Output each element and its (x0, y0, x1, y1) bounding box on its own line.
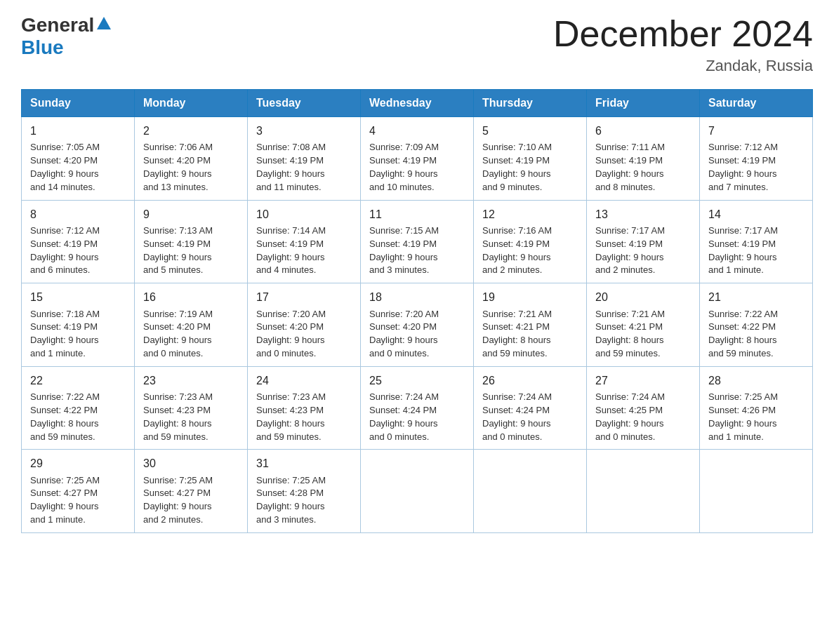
header-day-monday: Monday (135, 90, 248, 117)
day-info-line: Sunset: 4:23 PM (143, 404, 239, 417)
day-info-line: Daylight: 9 hours (30, 251, 126, 264)
day-info-line: and 59 minutes. (256, 431, 352, 444)
calendar-cell-2-3: 18Sunrise: 7:20 AMSunset: 4:20 PMDayligh… (361, 283, 474, 367)
calendar-cell-1-5: 13Sunrise: 7:17 AMSunset: 4:19 PMDayligh… (587, 200, 700, 283)
day-number: 9 (143, 206, 239, 222)
calendar-header-row: SundayMondayTuesdayWednesdayThursdayFrid… (22, 90, 813, 117)
day-number: 16 (143, 289, 239, 305)
calendar-cell-0-4: 5Sunrise: 7:10 AMSunset: 4:19 PMDaylight… (474, 117, 587, 201)
day-info-line: Sunset: 4:21 PM (595, 321, 691, 334)
calendar-cell-2-5: 20Sunrise: 7:21 AMSunset: 4:21 PMDayligh… (587, 283, 700, 367)
day-info-line: Daylight: 9 hours (708, 168, 804, 181)
day-info-line: and 2 minutes. (595, 264, 691, 277)
calendar-cell-0-3: 4Sunrise: 7:09 AMSunset: 4:19 PMDaylight… (361, 117, 474, 201)
calendar-cell-1-3: 11Sunrise: 7:15 AMSunset: 4:19 PMDayligh… (361, 200, 474, 283)
week-row-1: 1Sunrise: 7:05 AMSunset: 4:20 PMDaylight… (22, 117, 813, 201)
day-number: 19 (482, 289, 578, 305)
day-info-line: Daylight: 9 hours (369, 417, 465, 431)
day-info-line: Sunrise: 7:10 AM (482, 141, 578, 154)
logo-blue-text: Blue (21, 36, 64, 58)
day-info-line: Sunset: 4:19 PM (369, 238, 465, 251)
day-number: 22 (30, 373, 126, 389)
day-info-line: Sunrise: 7:25 AM (143, 474, 239, 488)
day-info-line: Sunset: 4:19 PM (369, 154, 465, 168)
day-info-line: Daylight: 9 hours (369, 334, 465, 347)
day-info-line: and 0 minutes. (143, 347, 239, 361)
calendar-cell-1-2: 10Sunrise: 7:14 AMSunset: 4:19 PMDayligh… (248, 200, 361, 283)
day-info-line: and 1 minute. (708, 431, 804, 444)
day-number: 25 (369, 373, 465, 389)
day-info-line: Sunrise: 7:22 AM (30, 391, 126, 404)
day-number: 18 (369, 289, 465, 305)
day-info-line: Daylight: 8 hours (708, 334, 804, 347)
location-text: Zandak, Russia (553, 57, 813, 75)
day-info-line: Daylight: 8 hours (143, 417, 239, 431)
day-info-line: Daylight: 9 hours (143, 251, 239, 264)
day-info-line: Daylight: 9 hours (482, 251, 578, 264)
day-info-line: Sunset: 4:25 PM (595, 404, 691, 417)
day-number: 30 (143, 455, 239, 471)
page-header: General Blue December 2024 Zandak, Russi… (21, 14, 813, 75)
day-info-line: Sunset: 4:19 PM (256, 238, 352, 251)
day-number: 21 (708, 289, 804, 305)
day-info-line: Sunrise: 7:18 AM (30, 308, 126, 321)
day-info-line: Sunrise: 7:12 AM (708, 141, 804, 154)
day-info-line: Daylight: 9 hours (256, 334, 352, 347)
calendar-cell-2-0: 15Sunrise: 7:18 AMSunset: 4:19 PMDayligh… (22, 283, 135, 367)
day-info-line: Daylight: 9 hours (143, 334, 239, 347)
week-row-2: 8Sunrise: 7:12 AMSunset: 4:19 PMDaylight… (22, 200, 813, 283)
header-day-wednesday: Wednesday (361, 90, 474, 117)
calendar-cell-0-5: 6Sunrise: 7:11 AMSunset: 4:19 PMDaylight… (587, 117, 700, 201)
day-info-line: Sunrise: 7:05 AM (30, 141, 126, 154)
day-info-line: Sunset: 4:19 PM (143, 238, 239, 251)
day-info-line: Sunrise: 7:08 AM (256, 141, 352, 154)
day-number: 3 (256, 123, 352, 139)
day-info-line: Daylight: 9 hours (369, 168, 465, 181)
day-info-line: and 0 minutes. (369, 431, 465, 444)
day-info-line: and 2 minutes. (482, 264, 578, 277)
calendar-cell-3-5: 27Sunrise: 7:24 AMSunset: 4:25 PMDayligh… (587, 366, 700, 450)
header-day-saturday: Saturday (700, 90, 813, 117)
calendar-cell-3-3: 25Sunrise: 7:24 AMSunset: 4:24 PMDayligh… (361, 366, 474, 450)
calendar-cell-1-4: 12Sunrise: 7:16 AMSunset: 4:19 PMDayligh… (474, 200, 587, 283)
day-info-line: Sunset: 4:27 PM (30, 487, 126, 500)
day-info-line: Sunset: 4:20 PM (256, 321, 352, 334)
day-info-line: Sunrise: 7:14 AM (256, 224, 352, 238)
day-info-line: Sunset: 4:19 PM (595, 238, 691, 251)
day-info-line: Sunrise: 7:06 AM (143, 141, 239, 154)
header-day-tuesday: Tuesday (248, 90, 361, 117)
day-info-line: and 3 minutes. (369, 264, 465, 277)
day-number: 17 (256, 289, 352, 305)
calendar-cell-4-5 (587, 450, 700, 533)
day-number: 14 (708, 206, 804, 222)
day-info-line: Sunrise: 7:23 AM (256, 391, 352, 404)
day-info-line: Sunset: 4:20 PM (30, 154, 126, 168)
week-row-5: 29Sunrise: 7:25 AMSunset: 4:27 PMDayligh… (22, 450, 813, 533)
calendar-cell-4-2: 31Sunrise: 7:25 AMSunset: 4:28 PMDayligh… (248, 450, 361, 533)
week-row-3: 15Sunrise: 7:18 AMSunset: 4:19 PMDayligh… (22, 283, 813, 367)
day-info-line: Sunset: 4:19 PM (708, 154, 804, 168)
calendar-cell-4-0: 29Sunrise: 7:25 AMSunset: 4:27 PMDayligh… (22, 450, 135, 533)
logo-triangle-icon (97, 17, 111, 29)
header-day-friday: Friday (587, 90, 700, 117)
day-number: 4 (369, 123, 465, 139)
day-info-line: Daylight: 9 hours (143, 168, 239, 181)
day-info-line: and 0 minutes. (369, 347, 465, 361)
day-info-line: Sunrise: 7:21 AM (595, 308, 691, 321)
day-info-line: and 7 minutes. (708, 181, 804, 194)
day-info-line: Sunrise: 7:24 AM (369, 391, 465, 404)
day-number: 13 (595, 206, 691, 222)
logo: General Blue (21, 14, 111, 59)
day-info-line: Sunset: 4:20 PM (143, 321, 239, 334)
day-info-line: and 59 minutes. (482, 347, 578, 361)
day-info-line: Sunset: 4:19 PM (30, 321, 126, 334)
calendar-cell-1-0: 8Sunrise: 7:12 AMSunset: 4:19 PMDaylight… (22, 200, 135, 283)
calendar-cell-4-6 (700, 450, 813, 533)
logo-general-text: General (21, 14, 94, 36)
day-number: 12 (482, 206, 578, 222)
calendar-cell-3-0: 22Sunrise: 7:22 AMSunset: 4:22 PMDayligh… (22, 366, 135, 450)
day-info-line: Sunset: 4:22 PM (708, 321, 804, 334)
day-number: 10 (256, 206, 352, 222)
day-info-line: and 14 minutes. (30, 181, 126, 194)
calendar-cell-3-6: 28Sunrise: 7:25 AMSunset: 4:26 PMDayligh… (700, 366, 813, 450)
